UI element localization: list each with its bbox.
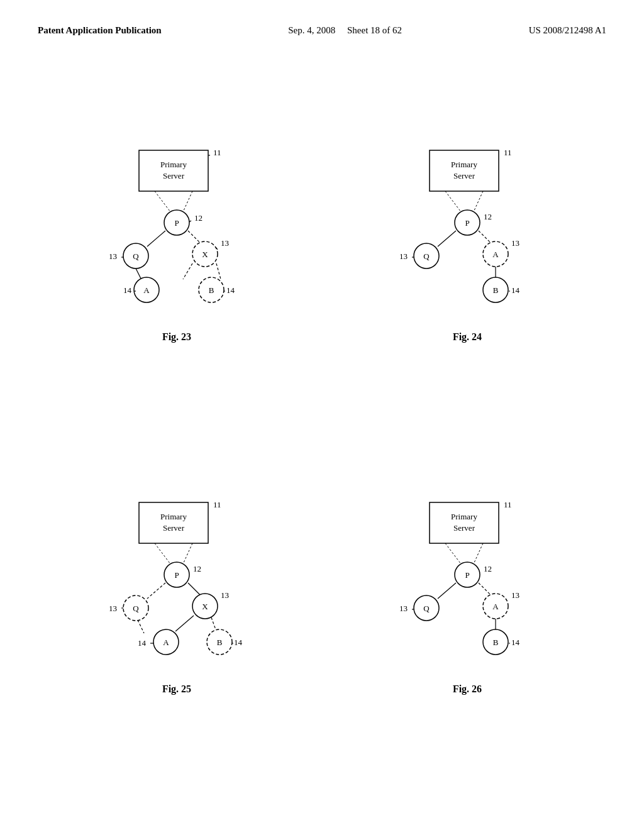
svg-text:14: 14 (138, 638, 147, 648)
svg-text:A: A (143, 285, 150, 295)
svg-text:12: 12 (193, 564, 201, 573)
figure-26-cell: Primary Server 11 P 12 Q (328, 426, 606, 765)
svg-text:11: 11 (213, 148, 221, 157)
page-header: Patent Application Publication Sep. 4, 2… (38, 25, 606, 36)
svg-text:X: X (202, 250, 208, 259)
svg-text:B: B (209, 285, 214, 295)
svg-line-59 (183, 543, 192, 564)
svg-text:13: 13 (109, 604, 117, 613)
figure-25-label: Fig. 25 (162, 683, 191, 695)
figure-26-label: Fig. 26 (453, 683, 482, 695)
svg-line-72 (138, 620, 144, 633)
publication-number: US 2008/212498 A1 (529, 25, 606, 36)
svg-text:13: 13 (511, 590, 519, 600)
svg-text:A: A (492, 602, 499, 611)
svg-line-40 (438, 231, 456, 246)
svg-text:Server: Server (453, 171, 475, 180)
page: Patent Application Publication Sep. 4, 2… (0, 0, 644, 830)
svg-text:A: A (492, 250, 499, 259)
sheet-info: Sheet 18 of 62 (347, 25, 402, 35)
svg-text:14: 14 (234, 638, 243, 647)
svg-text:X: X (202, 602, 208, 611)
svg-text:14: 14 (511, 285, 520, 295)
svg-line-35 (445, 191, 461, 212)
svg-text:13: 13 (399, 604, 408, 613)
svg-line-73 (175, 616, 194, 631)
svg-text:14: 14 (226, 285, 235, 295)
svg-text:B: B (493, 285, 499, 295)
svg-text:Primary: Primary (451, 160, 477, 169)
figures-container: Primary Server 11 P 12 (38, 74, 606, 765)
svg-text:Primary: Primary (160, 160, 187, 169)
svg-line-41 (479, 231, 491, 243)
svg-text:Q: Q (423, 252, 430, 261)
svg-line-63 (147, 583, 165, 599)
svg-line-74 (211, 617, 216, 631)
figure-24-svg: Primary Server 11 P 12 Q (386, 144, 549, 320)
svg-line-5 (183, 191, 192, 212)
svg-text:13: 13 (109, 252, 117, 261)
svg-text:B: B (217, 638, 223, 647)
svg-line-11 (188, 231, 201, 243)
svg-text:13: 13 (511, 238, 519, 248)
svg-text:Primary: Primary (451, 512, 477, 521)
figure-24-label: Fig. 24 (453, 331, 482, 343)
svg-text:Q: Q (133, 252, 139, 261)
svg-text:Primary: Primary (160, 512, 187, 521)
figure-24-cell: Primary Server 11 P 12 Q (328, 74, 606, 413)
svg-text:Server: Server (163, 523, 185, 533)
svg-line-36 (474, 191, 483, 212)
svg-text:B: B (493, 638, 499, 647)
svg-line-10 (147, 231, 165, 246)
figure-25-svg: Primary Server 11 P 12 Q (95, 496, 258, 672)
publication-title: Patent Application Publication (38, 25, 162, 36)
svg-text:Q: Q (133, 604, 139, 613)
svg-text:P: P (465, 218, 469, 228)
svg-line-21 (183, 263, 192, 279)
svg-text:11: 11 (504, 148, 512, 157)
figure-25-cell: Primary Server 11 P 12 Q (38, 426, 316, 765)
svg-text:11: 11 (504, 500, 512, 509)
svg-line-22 (216, 263, 221, 279)
svg-text:11: 11 (213, 500, 221, 509)
svg-line-92 (438, 583, 456, 599)
svg-text:A: A (163, 638, 169, 647)
svg-text:P: P (465, 570, 469, 580)
figure-26-svg: Primary Server 11 P 12 Q (386, 496, 549, 672)
svg-text:12: 12 (194, 213, 203, 223)
svg-text:12: 12 (484, 212, 492, 221)
svg-line-64 (188, 583, 201, 595)
publication-date: Sep. 4, 2008 (288, 25, 335, 35)
svg-text:14: 14 (123, 285, 132, 295)
svg-text:13: 13 (221, 238, 229, 248)
svg-line-58 (155, 543, 170, 564)
svg-line-4 (155, 191, 170, 212)
svg-line-88 (474, 543, 483, 564)
svg-text:Q: Q (423, 604, 430, 613)
svg-text:13: 13 (221, 590, 229, 600)
svg-text:12: 12 (484, 564, 492, 573)
figure-23-svg: Primary Server 11 P 12 (95, 144, 258, 320)
figure-23-cell: Primary Server 11 P 12 (38, 74, 316, 413)
svg-text:P: P (174, 218, 179, 228)
figure-23-label: Fig. 23 (162, 331, 191, 343)
svg-line-87 (445, 543, 461, 564)
svg-line-93 (479, 583, 491, 595)
svg-text:Server: Server (453, 523, 475, 533)
publication-date-sheet: Sep. 4, 2008 Sheet 18 of 62 (288, 25, 402, 36)
svg-text:13: 13 (399, 252, 408, 261)
svg-text:14: 14 (511, 638, 520, 647)
svg-text:Server: Server (163, 171, 185, 180)
svg-text:P: P (174, 570, 179, 580)
